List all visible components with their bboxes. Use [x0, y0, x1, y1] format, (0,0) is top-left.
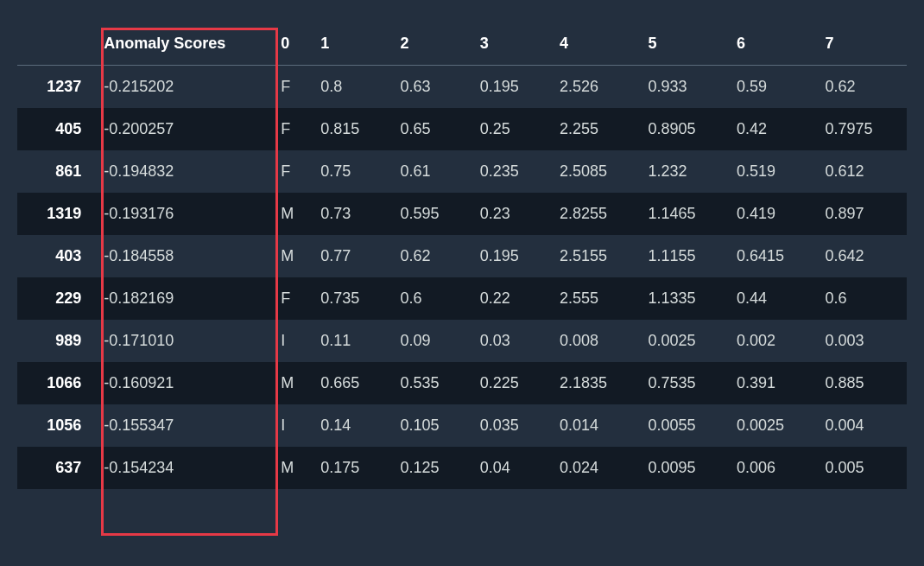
cell-c2: 0.61 [394, 150, 473, 193]
cell-c4: 2.8255 [553, 193, 641, 235]
cell-c2: 0.6 [394, 277, 473, 320]
row-index: 861 [17, 150, 97, 193]
header-col-0: 0 [274, 26, 313, 66]
cell-anomaly: -0.193176 [97, 193, 274, 235]
header-index [17, 26, 97, 66]
header-col-2: 2 [394, 26, 473, 66]
row-index: 1066 [17, 362, 97, 404]
cell-c2: 0.63 [394, 66, 473, 109]
cell-c6: 0.59 [730, 66, 818, 109]
cell-c6: 0.0025 [730, 404, 818, 447]
cell-anomaly: -0.154234 [97, 447, 274, 489]
cell-c0: F [274, 66, 313, 109]
cell-c0: M [274, 193, 313, 235]
row-index: 229 [17, 277, 97, 320]
cell-c5: 0.8905 [642, 108, 730, 150]
cell-c3: 0.235 [473, 150, 553, 193]
cell-c7: 0.642 [818, 235, 907, 277]
cell-c4: 2.1835 [553, 362, 641, 404]
cell-c7: 0.897 [818, 193, 907, 235]
cell-c0: M [274, 362, 313, 404]
cell-c5: 0.0025 [642, 320, 730, 362]
cell-c5: 0.0055 [642, 404, 730, 447]
row-index: 1237 [17, 66, 97, 109]
cell-c0: I [274, 320, 313, 362]
row-index: 1319 [17, 193, 97, 235]
cell-c3: 0.225 [473, 362, 553, 404]
cell-c5: 0.933 [642, 66, 730, 109]
cell-c4: 0.008 [553, 320, 641, 362]
table-row: 229-0.182169F0.7350.60.222.5551.13350.44… [17, 277, 907, 320]
cell-c5: 1.1155 [642, 235, 730, 277]
cell-c1: 0.73 [313, 193, 393, 235]
cell-c6: 0.006 [730, 447, 818, 489]
cell-c3: 0.23 [473, 193, 553, 235]
cell-c2: 0.62 [394, 235, 473, 277]
cell-c0: F [274, 277, 313, 320]
cell-c0: M [274, 447, 313, 489]
table-row: 989-0.171010I0.110.090.030.0080.00250.00… [17, 320, 907, 362]
header-col-7: 7 [818, 26, 907, 66]
cell-c4: 2.526 [553, 66, 641, 109]
cell-c2: 0.535 [394, 362, 473, 404]
row-index: 637 [17, 447, 97, 489]
cell-anomaly: -0.171010 [97, 320, 274, 362]
cell-anomaly: -0.182169 [97, 277, 274, 320]
cell-c1: 0.175 [313, 447, 393, 489]
cell-c1: 0.735 [313, 277, 393, 320]
cell-c6: 0.6415 [730, 235, 818, 277]
table-row: 405-0.200257F0.8150.650.252.2550.89050.4… [17, 108, 907, 150]
cell-c3: 0.25 [473, 108, 553, 150]
cell-c3: 0.04 [473, 447, 553, 489]
cell-c4: 2.5085 [553, 150, 641, 193]
cell-anomaly: -0.215202 [97, 66, 274, 109]
cell-anomaly: -0.200257 [97, 108, 274, 150]
cell-c0: F [274, 150, 313, 193]
cell-c7: 0.005 [818, 447, 907, 489]
cell-c5: 0.7535 [642, 362, 730, 404]
cell-c1: 0.11 [313, 320, 393, 362]
table-row: 637-0.154234M0.1750.1250.040.0240.00950.… [17, 447, 907, 489]
cell-c1: 0.665 [313, 362, 393, 404]
cell-anomaly: -0.160921 [97, 362, 274, 404]
cell-c6: 0.419 [730, 193, 818, 235]
cell-c4: 0.024 [553, 447, 641, 489]
cell-c3: 0.195 [473, 235, 553, 277]
header-col-5: 5 [642, 26, 730, 66]
cell-c6: 0.391 [730, 362, 818, 404]
cell-c5: 1.232 [642, 150, 730, 193]
header-col-1: 1 [313, 26, 393, 66]
row-index: 403 [17, 235, 97, 277]
header-col-3: 3 [473, 26, 553, 66]
cell-c0: F [274, 108, 313, 150]
cell-c7: 0.885 [818, 362, 907, 404]
cell-c5: 1.1465 [642, 193, 730, 235]
cell-c2: 0.09 [394, 320, 473, 362]
cell-c6: 0.42 [730, 108, 818, 150]
cell-c1: 0.14 [313, 404, 393, 447]
cell-c7: 0.62 [818, 66, 907, 109]
row-index: 989 [17, 320, 97, 362]
table-row: 861-0.194832F0.750.610.2352.50851.2320.5… [17, 150, 907, 193]
cell-c7: 0.7975 [818, 108, 907, 150]
table-header-row: Anomaly Scores 0 1 2 3 4 5 6 7 [17, 26, 907, 66]
cell-c1: 0.75 [313, 150, 393, 193]
cell-c2: 0.65 [394, 108, 473, 150]
cell-c5: 0.0095 [642, 447, 730, 489]
cell-c2: 0.125 [394, 447, 473, 489]
data-table: Anomaly Scores 0 1 2 3 4 5 6 7 1237-0.21… [17, 26, 907, 489]
cell-c6: 0.519 [730, 150, 818, 193]
cell-c1: 0.8 [313, 66, 393, 109]
row-index: 1056 [17, 404, 97, 447]
table-body: 1237-0.215202F0.80.630.1952.5260.9330.59… [17, 66, 907, 490]
cell-c4: 2.255 [553, 108, 641, 150]
cell-c4: 2.5155 [553, 235, 641, 277]
row-index: 405 [17, 108, 97, 150]
cell-c2: 0.595 [394, 193, 473, 235]
cell-c7: 0.6 [818, 277, 907, 320]
cell-c1: 0.815 [313, 108, 393, 150]
cell-c4: 2.555 [553, 277, 641, 320]
cell-c3: 0.035 [473, 404, 553, 447]
cell-c2: 0.105 [394, 404, 473, 447]
cell-anomaly: -0.194832 [97, 150, 274, 193]
